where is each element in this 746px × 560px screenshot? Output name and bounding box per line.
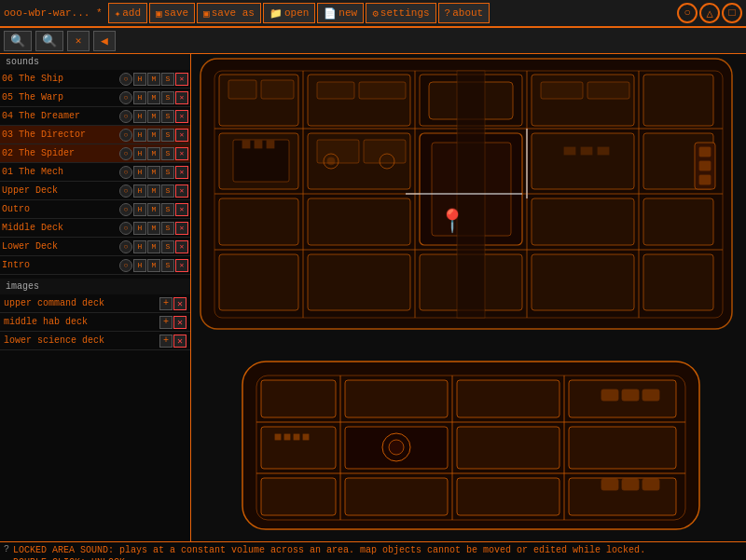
image-delete-btn[interactable]: ✕ — [173, 297, 186, 310]
map-area[interactable]: 📍 — [191, 54, 746, 541]
settings-button[interactable]: ⚙ settings — [366, 3, 435, 23]
sound-s-btn[interactable]: S — [161, 259, 174, 272]
sound-s-btn[interactable]: S — [161, 129, 174, 142]
images-section: images upper command deck + ✕ middle hab… — [0, 279, 190, 350]
about-button[interactable]: ? about — [438, 3, 490, 23]
sound-item[interactable]: 03 The Director ○ H M S ✕ — [0, 126, 190, 144]
svg-rect-20 — [587, 82, 629, 99]
back-button[interactable]: ◀ — [93, 31, 116, 51]
sound-s-btn[interactable]: S — [161, 73, 174, 86]
sound-delete-btn[interactable]: ✕ — [175, 73, 188, 86]
sound-s-btn[interactable]: S — [161, 166, 174, 179]
new-button[interactable]: 📄 new — [317, 3, 364, 23]
sound-item[interactable]: Lower Deck ○ H M S ✕ — [0, 238, 190, 256]
svg-rect-34 — [643, 198, 713, 245]
svg-rect-39 — [643, 254, 713, 310]
sound-m-btn[interactable]: M — [147, 222, 160, 235]
minimize-button[interactable]: ○ — [677, 3, 698, 23]
sound-m-btn[interactable]: M — [147, 259, 160, 272]
sound-m-btn[interactable]: M — [147, 166, 160, 179]
sound-delete-btn[interactable]: ✕ — [175, 259, 188, 272]
sound-item[interactable]: 05 The Warp ○ H M S ✕ — [0, 89, 190, 107]
sound-item[interactable]: 01 The Mech ○ H M S ✕ — [0, 163, 190, 182]
sound-name: Outro — [2, 204, 119, 214]
sound-circle-btn[interactable]: ○ — [119, 240, 132, 253]
sound-delete-btn[interactable]: ✕ — [175, 147, 188, 160]
image-item[interactable]: upper command deck + ✕ — [0, 294, 190, 313]
svg-rect-36 — [308, 254, 410, 310]
sound-item[interactable]: 06 The Ship ○ H M S ✕ — [0, 70, 190, 89]
sound-circle-btn[interactable]: ○ — [119, 73, 132, 86]
svg-rect-26 — [364, 140, 406, 163]
sound-delete-btn[interactable]: ✕ — [175, 91, 188, 104]
sound-circle-btn[interactable]: ○ — [119, 91, 132, 104]
sound-s-btn[interactable]: S — [161, 91, 174, 104]
zoom-out-button[interactable]: 🔍 — [35, 31, 63, 51]
open-button[interactable]: 📁 open — [263, 3, 315, 23]
sound-delete-btn[interactable]: ✕ — [175, 110, 188, 123]
save-button[interactable]: ▣ save — [149, 3, 195, 23]
sound-m-btn[interactable]: M — [147, 240, 160, 253]
sound-delete-btn[interactable]: ✕ — [175, 240, 188, 253]
sound-m-btn[interactable]: M — [147, 184, 160, 198]
sound-m-btn[interactable]: M — [147, 110, 160, 123]
sound-h-btn[interactable]: H — [133, 147, 146, 160]
sound-circle-btn[interactable]: ○ — [119, 222, 132, 235]
image-item[interactable]: middle hab deck + ✕ — [0, 313, 190, 332]
zoom-in-button[interactable]: 🔍 — [4, 31, 32, 51]
reset-button[interactable]: ✕ — [67, 31, 90, 51]
sound-circle-btn[interactable]: ○ — [119, 129, 132, 142]
sound-circle-btn[interactable]: ○ — [119, 259, 132, 272]
image-add-btn[interactable]: + — [159, 316, 173, 329]
sound-delete-btn[interactable]: ✕ — [175, 129, 188, 142]
sound-circle-btn[interactable]: ○ — [119, 166, 132, 179]
sound-h-btn[interactable]: H — [133, 184, 146, 198]
sound-h-btn[interactable]: H — [133, 259, 146, 272]
sound-m-btn[interactable]: M — [147, 203, 160, 216]
add-button[interactable]: ✦ add — [108, 3, 147, 23]
close-button[interactable]: □ — [722, 3, 742, 23]
sound-s-btn[interactable]: S — [161, 147, 174, 160]
sound-s-btn[interactable]: S — [161, 203, 174, 216]
sound-s-btn[interactable]: S — [161, 240, 174, 253]
image-delete-btn[interactable]: ✕ — [173, 316, 186, 329]
maximize-button[interactable]: △ — [699, 3, 720, 23]
left-panel: sounds 06 The Ship ○ H M S ✕ 05 The Warp… — [0, 54, 191, 541]
sound-item[interactable]: 02 The Spider ○ H M S ✕ — [0, 144, 190, 163]
sound-m-btn[interactable]: M — [147, 129, 160, 142]
sound-h-btn[interactable]: H — [133, 91, 146, 104]
sound-delete-btn[interactable]: ✕ — [175, 203, 188, 216]
sound-h-btn[interactable]: H — [133, 166, 146, 179]
image-add-btn[interactable]: + — [159, 297, 173, 310]
sound-item[interactable]: Outro ○ H M S ✕ — [0, 200, 190, 219]
save-as-button[interactable]: ▣ save as — [197, 3, 261, 23]
sound-delete-btn[interactable]: ✕ — [175, 222, 188, 235]
sound-circle-btn[interactable]: ○ — [119, 203, 132, 216]
image-item[interactable]: lower science deck + ✕ — [0, 332, 190, 350]
sound-item[interactable]: Intro ○ H M S ✕ — [0, 256, 190, 275]
sound-item[interactable]: Upper Deck ○ H M S ✕ — [0, 182, 190, 200]
sound-s-btn[interactable]: S — [161, 184, 174, 198]
sound-delete-btn[interactable]: ✕ — [175, 166, 188, 179]
sound-h-btn[interactable]: H — [133, 222, 146, 235]
sound-s-btn[interactable]: S — [161, 222, 174, 235]
svg-rect-12 — [261, 80, 294, 99]
sound-circle-btn[interactable]: ○ — [119, 184, 132, 198]
sound-delete-btn[interactable]: ✕ — [175, 184, 188, 198]
sound-h-btn[interactable]: H — [133, 203, 146, 216]
sound-h-btn[interactable]: H — [133, 73, 146, 86]
sound-h-btn[interactable]: H — [133, 129, 146, 142]
sound-m-btn[interactable]: M — [147, 91, 160, 104]
image-delete-btn[interactable]: ✕ — [173, 335, 186, 348]
sound-h-btn[interactable]: H — [133, 240, 146, 253]
sound-h-btn[interactable]: H — [133, 110, 146, 123]
sound-circle-btn[interactable]: ○ — [119, 147, 132, 160]
sound-circle-btn[interactable]: ○ — [119, 110, 132, 123]
sound-s-btn[interactable]: S — [161, 110, 174, 123]
sound-m-btn[interactable]: M — [147, 147, 160, 160]
sound-m-btn[interactable]: M — [147, 73, 160, 86]
image-add-btn[interactable]: + — [159, 335, 173, 348]
sound-item[interactable]: Middle Deck ○ H M S ✕ — [0, 219, 190, 238]
sound-item[interactable]: 04 The Dreamer ○ H M S ✕ — [0, 107, 190, 126]
image-name: lower science deck — [4, 335, 159, 346]
